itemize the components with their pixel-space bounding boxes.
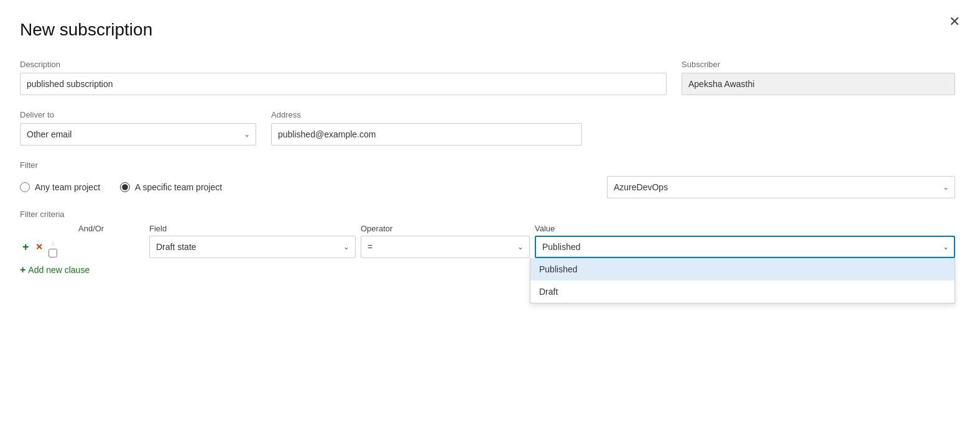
add-clause-label: Add new clause [28,265,90,275]
deliver-to-select[interactable]: Other email Member of team My email [20,123,256,146]
value-select-wrapper: Published Draft ⌄ [535,236,955,258]
field-header: Field [144,224,356,233]
dropdown-item-draft[interactable]: Draft [530,280,955,303]
operator-select-wrapper: = ⌄ [361,236,530,258]
radio-any-project[interactable]: Any team project [20,182,100,192]
add-row-button[interactable]: + [20,239,32,255]
field-select[interactable]: Draft state [149,236,356,258]
row-checkbox[interactable] [49,249,57,257]
description-group: Description [20,60,667,95]
value-select[interactable]: Published Draft [535,236,955,258]
operator-cell: = ⌄ [356,236,530,258]
radio-any-project-input[interactable] [20,182,30,192]
value-header: Value [530,224,955,233]
value-cell: Published Draft ⌄ Published Draft [530,236,955,258]
field-select-wrapper: Draft state ⌄ [149,236,356,258]
radio-any-project-label: Any team project [35,182,100,192]
operator-header: Operator [356,224,530,233]
dialog: ✕ New subscription Description Subscribe… [0,0,980,444]
filter-criteria-section: Filter criteria And/Or Field Operator Va… [20,210,955,275]
description-label: Description [20,60,667,69]
move-up-button[interactable]: ▲ [48,236,59,249]
subscriber-value: Apeksha Awasthi [682,73,955,95]
project-select-wrapper: AzureDevOps Project Alpha Project Beta ⌄ [607,176,955,198]
filter-section: Filter Any team project A specific team … [20,160,955,198]
deliver-to-group: Deliver to Other email Member of team My… [20,110,256,146]
radio-specific-project[interactable]: A specific team project [120,182,222,192]
deliver-address-row: Deliver to Other email Member of team My… [20,110,955,146]
page-title: New subscription [20,20,955,40]
filter-radio-group: Any team project A specific team project [20,182,607,192]
address-label: Address [271,110,582,119]
filter-label: Filter [20,160,955,170]
field-cell: Draft state ⌄ [144,236,356,258]
project-select[interactable]: AzureDevOps Project Alpha Project Beta [607,176,955,198]
filter-criteria-label: Filter criteria [20,210,955,219]
value-dropdown-list: Published Draft [530,258,955,303]
address-group: Address [271,110,582,146]
deliver-to-wrapper: Other email Member of team My email ⌄ [20,123,256,146]
dropdown-item-published[interactable]: Published [530,258,955,280]
filter-row: Any team project A specific team project… [20,176,955,198]
remove-row-button[interactable]: ✕ [33,241,45,253]
radio-specific-project-input[interactable] [120,182,130,192]
table-row: + ✕ ▲ Draft state ⌄ [20,236,955,258]
description-subscriber-row: Description Subscriber Apeksha Awasthi [20,60,955,95]
add-new-clause-button[interactable]: + Add new clause [20,264,90,275]
close-button[interactable]: ✕ [946,12,963,31]
description-input[interactable] [20,73,667,95]
project-select-group: AzureDevOps Project Alpha Project Beta ⌄ [607,176,955,198]
address-input[interactable] [271,123,582,146]
operator-select[interactable]: = [361,236,530,258]
and-or-header: And/Or [76,224,144,233]
row-actions: + ✕ ▲ [20,236,76,257]
subscriber-group: Subscriber Apeksha Awasthi [682,60,955,95]
deliver-to-label: Deliver to [20,110,256,119]
radio-specific-project-label: A specific team project [135,182,222,192]
add-clause-plus-icon: + [20,264,25,275]
criteria-headers: And/Or Field Operator Value [20,224,955,233]
subscriber-label: Subscriber [682,60,955,69]
